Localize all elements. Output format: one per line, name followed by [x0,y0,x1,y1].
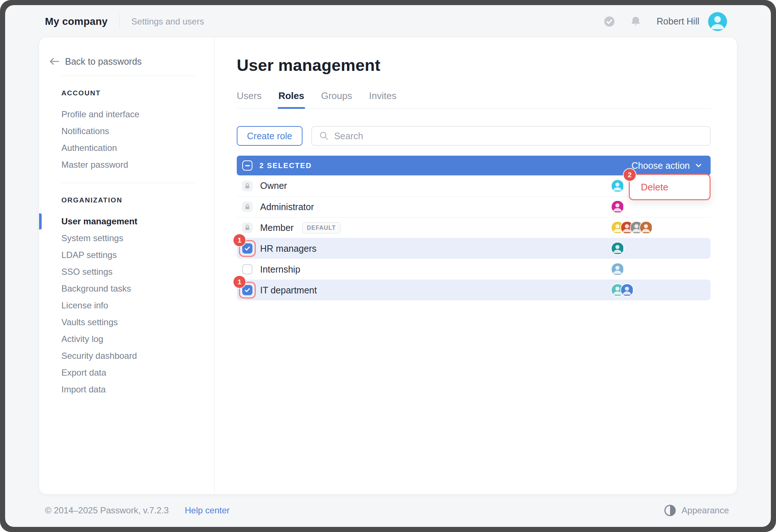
member-avatar [611,200,624,214]
sidebar-item-master-password[interactable]: Master password [61,156,195,173]
member-avatar [611,263,624,276]
member-avatar [611,179,624,193]
choose-action-label: Choose action [631,160,690,171]
sidebar-divider [61,183,195,183]
checkbox-checked[interactable] [242,285,252,295]
lock-icon [242,181,252,191]
member-avatar [611,242,624,255]
role-members-avatars [611,284,634,297]
default-badge: DEFAULT [302,222,341,233]
sidebar-item-license-info[interactable]: License info [61,297,195,314]
table-row-hr-managers[interactable]: 1HR managers [237,238,711,259]
role-members-avatars [611,263,624,276]
settings-sidebar: Back to passwords ACCOUNTProfile and int… [39,38,214,494]
create-role-button[interactable]: Create role [237,126,303,146]
appearance-label: Appearance [682,505,729,516]
status-check-icon[interactable] [603,15,616,28]
table-row-member[interactable]: MemberDEFAULT [237,217,711,238]
section-header: ACCOUNT [61,89,195,97]
action-dropdown-menu: 2 Delete [629,174,711,200]
sidebar-item-system-settings[interactable]: System settings [61,230,195,247]
delete-menu-item[interactable]: Delete [641,182,668,193]
sidebar-item-activity-log[interactable]: Activity log [61,331,195,347]
sidebar-item-security-dashboard[interactable]: Security dashboard [61,347,195,364]
screenshot-frame: My company Settings and users Robert Hil… [0,0,776,532]
sidebar-item-ldap-settings[interactable]: LDAP settings [61,247,195,263]
topbar-divider [119,14,120,29]
sidebar-section: ORGANIZATIONUser managementSystem settin… [61,196,195,398]
tab-bar: UsersRolesGroupsInvites [237,90,711,109]
role-name: IT department [260,285,317,296]
lock-icon [242,202,252,212]
roles-list: OwnerAdministratorMemberDEFAULT1HR manag… [237,175,711,300]
sidebar-item-vaults-settings[interactable]: Vaults settings [61,314,195,331]
chevron-down-icon [695,162,703,170]
sidebar-item-user-management[interactable]: User management [61,213,195,230]
sidebar-item-notifications[interactable]: Notifications [61,123,195,140]
role-members-avatars [611,179,624,193]
checkbox-checked[interactable] [242,243,252,254]
indeterminate-minus-icon [245,165,250,166]
tab-users[interactable]: Users [237,90,262,108]
help-center-link[interactable]: Help center [185,505,230,516]
contrast-icon [664,504,676,517]
lock-icon [242,223,252,233]
company-name: My company [45,16,108,27]
footer: © 2014–2025 Passwork, v.7.2.3 Help cente… [5,494,771,527]
callout-badge-1: 1 [233,276,246,288]
user-avatar[interactable] [708,12,727,31]
sidebar-item-profile-and-interface[interactable]: Profile and interface [61,106,195,123]
copyright-text: © 2014–2025 Passwork, v.7.2.3 [45,505,169,516]
user-name[interactable]: Robert Hill [657,16,699,27]
main-panel: User management UsersRolesGroupsInvites … [214,38,737,494]
search-box[interactable] [311,126,711,146]
appearance-toggle[interactable]: Appearance [664,504,729,517]
member-avatar [620,284,634,297]
sidebar-item-authentication[interactable]: Authentication [61,140,195,156]
sidebar-item-import-data[interactable]: Import data [61,381,195,398]
selected-count: 2 SELECTED [259,162,312,170]
notifications-bell-icon[interactable] [629,15,642,28]
sidebar-divider [61,76,195,76]
checkbox-unchecked[interactable] [242,264,252,274]
back-to-passwords-link[interactable]: Back to passwords [49,56,195,67]
role-checkbox-wrap: 1 [242,285,252,295]
locked-role-marker [242,223,252,233]
table-row-it-department[interactable]: 1IT department [237,280,711,300]
member-avatar [639,221,653,235]
app-window: My company Settings and users Robert Hil… [5,5,771,527]
section-header: ORGANIZATION [61,196,195,204]
selection-bar: 2 SELECTED Choose action [237,156,711,175]
callout-badge-1: 1 [233,234,246,246]
back-link-label: Back to passwords [65,56,142,67]
topbar-right: Robert Hill [589,12,727,31]
search-icon [319,130,330,141]
sidebar-item-export-data[interactable]: Export data [61,364,195,381]
role-members-avatars [611,242,624,255]
sidebar-section: ACCOUNTProfile and interfaceNotification… [61,89,195,173]
topbar-subtitle: Settings and users [132,16,204,27]
callout-badge-2: 2 [624,169,636,181]
content-card: Back to passwords ACCOUNTProfile and int… [39,38,737,494]
role-members-avatars [611,200,624,214]
locked-role-marker [242,181,252,191]
locked-role-marker [242,202,252,212]
controls-row: Create role [237,126,711,146]
tab-invites[interactable]: Invites [369,90,396,108]
choose-action-button[interactable]: Choose action [631,160,703,171]
table-row-internship[interactable]: Internship [237,259,711,280]
role-name: Owner [260,180,287,191]
tab-groups[interactable]: Groups [321,90,352,108]
role-name: Member [260,223,294,233]
role-checkbox-wrap: 1 [242,243,252,254]
search-input[interactable] [334,131,703,141]
tab-roles[interactable]: Roles [278,90,304,108]
select-all-checkbox[interactable] [242,160,252,171]
role-members-avatars [611,221,653,235]
topbar: My company Settings and users Robert Hil… [5,5,771,38]
page-title: User management [237,56,711,75]
role-name: Administrator [260,202,314,212]
sidebar-item-background-tasks[interactable]: Background tasks [61,280,195,297]
sidebar-item-sso-settings[interactable]: SSO settings [61,263,195,280]
arrow-left-icon [49,56,60,67]
